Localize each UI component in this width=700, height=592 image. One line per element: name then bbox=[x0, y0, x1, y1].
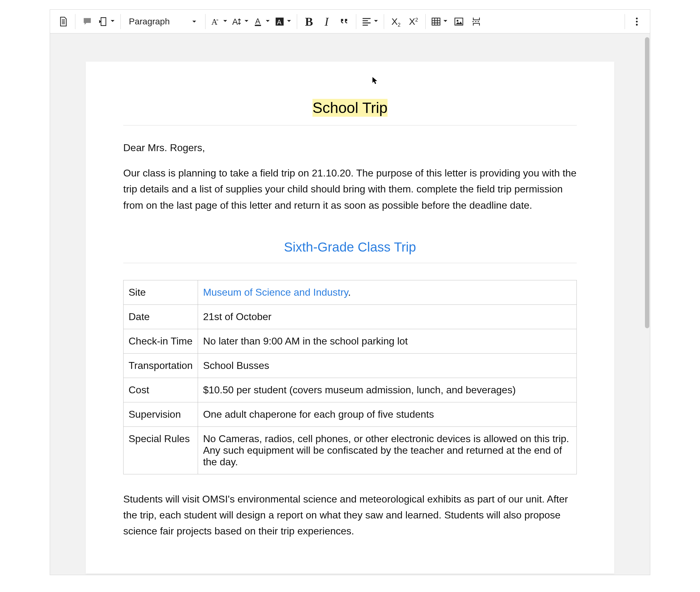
svg-point-10 bbox=[636, 17, 638, 19]
align-left-icon bbox=[361, 16, 372, 27]
table-row[interactable]: Transportation School Busses bbox=[123, 353, 577, 378]
font-family-icon: A= bbox=[211, 16, 221, 27]
toolbar-divider bbox=[205, 14, 206, 29]
subheader-text[interactable]: Sixth-Grade Class Trip bbox=[284, 240, 416, 254]
document-title[interactable]: School Trip bbox=[313, 99, 387, 117]
table-cell-label[interactable]: Special Rules bbox=[123, 427, 198, 474]
blockquote-button[interactable] bbox=[335, 13, 353, 30]
svg-rect-4 bbox=[255, 24, 261, 26]
toolbar-divider bbox=[425, 14, 426, 29]
font-size-button[interactable]: A bbox=[230, 13, 251, 30]
greeting-paragraph[interactable]: Dear Mrs. Rogers, bbox=[123, 140, 577, 156]
table-cell-value[interactable]: No Cameras, radios, cell phones, or othe… bbox=[198, 427, 577, 474]
toolbar: Paragraph A= A A A B I bbox=[50, 10, 650, 34]
highlight-color-button[interactable]: A bbox=[272, 13, 294, 30]
chevron-down-icon bbox=[222, 18, 228, 25]
table-cell-label[interactable]: Check-in Time bbox=[123, 329, 198, 353]
table-cell-value[interactable]: School Busses bbox=[198, 353, 577, 378]
table-cell-label[interactable]: Date bbox=[123, 304, 198, 329]
bold-icon: B bbox=[305, 15, 313, 29]
document-icon bbox=[58, 16, 68, 27]
chevron-down-icon bbox=[110, 18, 115, 25]
svg-point-12 bbox=[636, 24, 638, 26]
kebab-menu-icon bbox=[632, 16, 642, 27]
svg-text:A: A bbox=[232, 17, 238, 26]
table-icon bbox=[431, 16, 441, 27]
scrollbar-thumb[interactable] bbox=[645, 37, 649, 328]
table-cell-value[interactable]: 21st of October bbox=[198, 304, 577, 329]
highlight-icon: A bbox=[274, 16, 285, 27]
bold-button[interactable]: B bbox=[300, 13, 318, 30]
document-canvas[interactable]: School Trip Dear Mrs. Rogers, Our class … bbox=[50, 34, 650, 575]
svg-text:=: = bbox=[216, 18, 218, 21]
table-row[interactable]: Check-in Time No later than 9:00 AM in t… bbox=[123, 329, 577, 353]
page-break-button[interactable] bbox=[468, 13, 485, 30]
track-changes-icon bbox=[98, 16, 109, 27]
museum-link[interactable]: Museum of Science and Industry bbox=[203, 287, 348, 298]
image-icon bbox=[453, 16, 464, 27]
subheader-section: Sixth-Grade Class Trip bbox=[123, 240, 577, 263]
font-size-icon: A bbox=[232, 16, 243, 27]
document-icon-button[interactable] bbox=[54, 13, 72, 30]
table-row[interactable]: Cost $10.50 per student (covers museum a… bbox=[123, 378, 577, 402]
scrollbar[interactable] bbox=[645, 37, 649, 331]
quote-icon bbox=[339, 16, 349, 27]
table-cell-suffix: . bbox=[348, 287, 351, 298]
more-button[interactable] bbox=[628, 13, 646, 30]
table-cell-value[interactable]: One adult chaperone for each group of fi… bbox=[198, 402, 577, 427]
chevron-down-icon bbox=[244, 18, 249, 25]
table-cell-label[interactable]: Site bbox=[123, 280, 198, 304]
document-page[interactable]: School Trip Dear Mrs. Rogers, Our class … bbox=[86, 62, 614, 574]
table-cell-label[interactable]: Supervision bbox=[123, 402, 198, 427]
table-row[interactable]: Site Museum of Science and Industry. bbox=[123, 280, 577, 304]
toolbar-divider bbox=[75, 14, 75, 29]
toolbar-divider bbox=[120, 14, 121, 29]
table-row[interactable]: Supervision One adult chaperone for each… bbox=[123, 402, 577, 427]
paragraph-style-label: Paragraph bbox=[129, 16, 170, 27]
comment-button[interactable] bbox=[78, 13, 96, 30]
toolbar-divider bbox=[384, 14, 384, 29]
image-button[interactable] bbox=[450, 13, 468, 30]
page-break-icon bbox=[471, 16, 482, 27]
table-cell-value[interactable]: No later than 9:00 AM in the school park… bbox=[198, 329, 577, 353]
svg-rect-7 bbox=[432, 18, 440, 25]
subscript-icon: X2 bbox=[392, 16, 401, 27]
closing-paragraph[interactable]: Students will visit OMSI's environmental… bbox=[123, 491, 577, 539]
track-changes-button[interactable] bbox=[96, 13, 117, 30]
speech-bubble-icon bbox=[82, 16, 93, 27]
chevron-down-icon bbox=[265, 18, 271, 25]
font-family-button[interactable]: A= bbox=[209, 13, 230, 30]
table-cell-value[interactable]: Museum of Science and Industry. bbox=[198, 280, 577, 304]
toolbar-divider bbox=[356, 14, 356, 29]
toolbar-divider bbox=[625, 14, 625, 29]
document-title-section: School Trip bbox=[123, 99, 577, 126]
superscript-icon: X2 bbox=[409, 16, 418, 27]
subscript-button[interactable]: X2 bbox=[387, 13, 405, 30]
svg-point-9 bbox=[456, 20, 459, 21]
table-cell-label[interactable]: Transportation bbox=[123, 353, 198, 378]
toolbar-divider bbox=[297, 14, 297, 29]
chevron-down-icon bbox=[373, 18, 379, 25]
table-button[interactable] bbox=[429, 13, 450, 30]
italic-icon: I bbox=[325, 15, 329, 29]
trip-details-table[interactable]: Site Museum of Science and Industry. Dat… bbox=[123, 280, 577, 474]
font-color-button[interactable]: A bbox=[251, 13, 272, 30]
chevron-down-icon bbox=[443, 18, 448, 25]
italic-button[interactable]: I bbox=[318, 13, 335, 30]
svg-text:A: A bbox=[277, 18, 282, 26]
editor-container: Paragraph A= A A A B I bbox=[50, 9, 650, 575]
chevron-down-icon bbox=[192, 16, 197, 27]
superscript-button[interactable]: X2 bbox=[405, 13, 422, 30]
svg-point-11 bbox=[636, 21, 638, 22]
font-color-icon: A bbox=[253, 16, 264, 27]
chevron-down-icon bbox=[286, 18, 292, 25]
table-cell-label[interactable]: Cost bbox=[123, 378, 198, 402]
svg-text:A: A bbox=[255, 17, 261, 26]
align-button[interactable] bbox=[359, 13, 381, 30]
paragraph-style-dropdown[interactable]: Paragraph bbox=[124, 13, 202, 30]
table-row[interactable]: Special Rules No Cameras, radios, cell p… bbox=[123, 427, 577, 474]
table-cell-value[interactable]: $10.50 per student (covers museum admiss… bbox=[198, 378, 577, 402]
table-row[interactable]: Date 21st of October bbox=[123, 304, 577, 329]
intro-paragraph[interactable]: Our class is planning to take a field tr… bbox=[123, 165, 577, 213]
